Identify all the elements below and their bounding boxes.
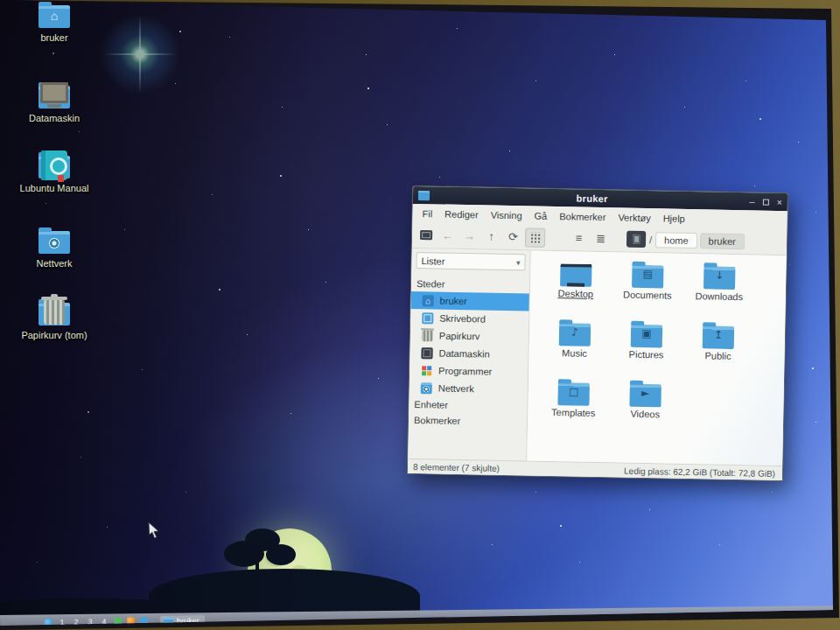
maximize-button[interactable] [762, 199, 768, 205]
sidebar-section-bookmarks[interactable]: Bokmerker [409, 412, 527, 430]
file-view: Desktop ▤ Documents ↓ [527, 251, 787, 466]
bright-star-flare [101, 15, 179, 94]
file-label: Videos [610, 408, 680, 420]
desktop-icon[interactable]: Lubuntu Manual [12, 150, 96, 193]
menu-item[interactable]: Rediger [438, 206, 485, 221]
file-item[interactable]: ↥ Public [682, 320, 753, 382]
menu-item[interactable]: Bokmerker [553, 209, 612, 224]
sidebar-place-item[interactable]: Skrivebord [410, 309, 528, 329]
folder-emblem-icon: ▤ [632, 268, 663, 281]
sidebar-place-item[interactable]: Papirkurv [410, 326, 528, 346]
close-button[interactable]: × [776, 197, 782, 206]
desktop-icon-label: Papirkurv (tom) [12, 330, 96, 340]
toolbar-button[interactable]: ← [438, 226, 458, 245]
folder-icon: ♪ [559, 319, 592, 346]
file-item[interactable]: Desktop [540, 258, 611, 319]
desktop-icon[interactable]: Datamaskin [12, 80, 96, 123]
file-label: Documents [612, 289, 682, 301]
window-icon [418, 191, 430, 200]
screen: bruker Datamaskin Lubuntu Manual Nettver… [0, 0, 840, 630]
path-slash: / [648, 234, 653, 245]
desktop-icon[interactable]: Nettverk [12, 226, 96, 269]
folder-icon: ► [629, 381, 662, 408]
place-icon [422, 330, 433, 341]
folder-icon [560, 260, 592, 287]
chevron-down-icon: ▾ [516, 258, 521, 267]
place-icon [421, 382, 432, 394]
file-label: Pictures [611, 348, 681, 360]
sidebar-place-item[interactable]: Nettverk [410, 379, 528, 399]
folder-emblem-icon: ► [630, 387, 662, 400]
toolbar-button[interactable]: ⟳ [503, 227, 523, 246]
path-bar: / homebruker [626, 231, 745, 250]
toolbar-button[interactable] [416, 225, 436, 244]
desktop-icon-glyph [37, 150, 72, 180]
folder-emblem-icon: ↓ [704, 269, 735, 282]
place-label: Papirkurv [439, 331, 480, 342]
sidebar-place-item[interactable]: bruker [411, 291, 529, 312]
path-segment-button[interactable]: bruker [699, 233, 745, 249]
file-manager-window: bruker – × FilRedigerVisningGåBokmerkerV… [407, 186, 788, 481]
folder-emblem-icon: ▣ [631, 327, 662, 340]
file-label: Desktop [541, 288, 611, 300]
file-label: Templates [538, 407, 608, 419]
place-label: Skrivebord [439, 313, 486, 325]
file-item[interactable]: ► Videos [610, 378, 681, 439]
status-free-space: Ledig plass: 62,2 GiB (Totalt: 72,8 GiB) [624, 466, 775, 478]
menu-item[interactable]: Hjelp [657, 211, 691, 226]
desktop-icon-glyph [37, 226, 72, 256]
place-label: Nettverk [438, 383, 474, 395]
menu-item[interactable]: Gå [528, 208, 553, 223]
toolbar-button[interactable]: ↑ [481, 227, 501, 246]
folder-emblem-icon: ♪ [559, 326, 591, 339]
desktop-icon-label: bruker [12, 32, 96, 43]
file-item[interactable]: ▣ Pictures [611, 318, 682, 380]
desktop-icon-label: Lubuntu Manual [12, 183, 96, 193]
minimize-button[interactable]: – [749, 197, 754, 206]
file-item[interactable]: ↓ Downloads [683, 261, 754, 322]
desktop-icon[interactable]: bruker [12, 0, 96, 43]
folder-icon: ▤ [632, 262, 664, 289]
file-item[interactable]: ♪ Music [539, 318, 610, 379]
folder-icon: ↥ [703, 322, 735, 349]
file-grid: Desktop ▤ Documents ↓ [528, 251, 787, 442]
place-label: Programmer [438, 366, 492, 377]
place-icon [422, 312, 433, 324]
place-icon [421, 365, 432, 376]
toolbar-button[interactable]: → [459, 226, 480, 245]
place-label: bruker [440, 296, 467, 307]
folder-icon: ↓ [704, 262, 736, 290]
toolbar-button[interactable]: ≣ [591, 228, 611, 248]
root-icon[interactable] [626, 231, 646, 248]
file-item[interactable]: ▤ Documents [612, 259, 682, 320]
folder-emblem-icon: ↥ [703, 328, 734, 341]
stars [0, 0, 1, 1]
desktop-icon-glyph [37, 80, 72, 110]
mouse-cursor [147, 522, 161, 539]
folder-icon: ▣ [631, 321, 663, 348]
menu-item[interactable]: Fil [416, 206, 438, 220]
file-label: Public [682, 350, 752, 362]
sidebar-view-value: Lister [421, 256, 444, 267]
desktop-icon-label: Nettverk [12, 258, 96, 269]
menu-item[interactable]: Verktøy [612, 210, 657, 225]
place-label: Datamaskin [438, 348, 489, 360]
sidebar-place-item[interactable]: Datamaskin [410, 344, 528, 364]
file-label: Music [539, 347, 609, 360]
sidebar-place-item[interactable]: Programmer [410, 361, 528, 382]
path-segment-button[interactable]: home [655, 232, 697, 248]
sidebar-view-dropdown[interactable]: Lister ▾ [416, 252, 525, 270]
desktop-icon[interactable]: Papirkurv (tom) [12, 298, 96, 340]
toolbar-button[interactable] [525, 228, 545, 247]
toolbar-button[interactable] [547, 228, 567, 247]
toolbar-button[interactable]: ≡ [569, 228, 589, 248]
place-icon [421, 347, 432, 359]
folder-emblem-icon: □ [558, 385, 590, 398]
menu-item[interactable]: Visning [485, 207, 528, 222]
folder-icon: □ [557, 379, 590, 406]
moon [248, 528, 332, 612]
tree-silhouette [220, 525, 299, 576]
sidebar: Lister ▾ Steder bruker Skrivebord Papirk… [408, 248, 531, 461]
file-item[interactable]: □ Templates [538, 377, 609, 438]
desktop-icon-label: Datamaskin [12, 113, 96, 123]
